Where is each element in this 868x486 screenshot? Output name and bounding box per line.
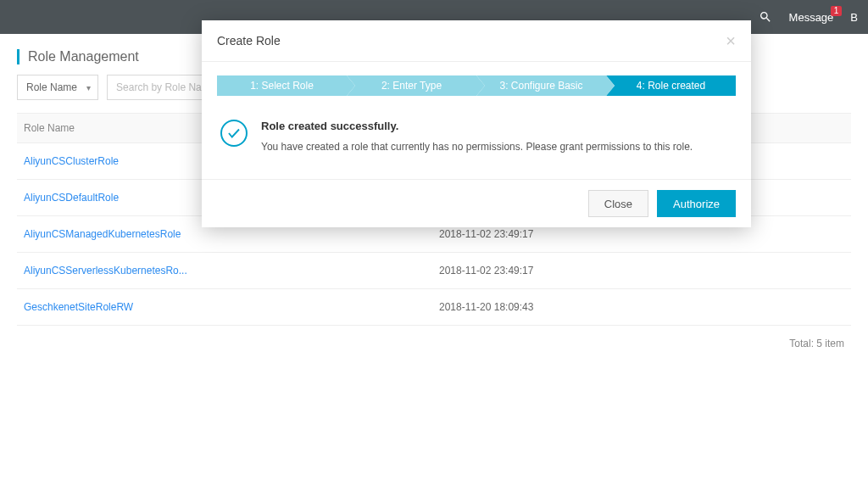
authorize-button[interactable]: Authorize (657, 190, 736, 217)
step-select-role: 1: Select Role (217, 75, 347, 96)
success-check-icon (220, 120, 248, 147)
wizard-steps: 1: Select Role 2: Enter Type 3: Configur… (217, 75, 736, 96)
success-title: Role created successfully. (261, 120, 693, 132)
success-text: Role created successfully. You have crea… (261, 120, 693, 155)
role-link[interactable]: AliyunCSManagedKubernetesRole (24, 228, 181, 240)
date-cell: 2018-11-02 23:49:17 (439, 265, 844, 277)
message-link[interactable]: Message 1 (789, 11, 834, 24)
message-label: Message (789, 11, 834, 24)
role-link[interactable]: AliyunCSDefaultRole (24, 192, 119, 204)
modal-title: Create Role (217, 34, 281, 47)
close-icon[interactable]: × (726, 32, 736, 49)
close-button[interactable]: Close (588, 190, 648, 217)
table-row: GeschkenetSiteRoleRW 2018-11-20 18:09:43 (17, 289, 851, 326)
select-label: Role Name (26, 81, 77, 93)
date-cell: 2018-11-20 18:09:43 (439, 301, 844, 313)
search-icon[interactable] (759, 10, 772, 24)
step-configure-basic: 3: Configure Basic (476, 75, 606, 96)
role-link[interactable]: AliyunCSClusterRole (24, 155, 119, 167)
role-link[interactable]: AliyunCSServerlessKubernetesRo... (24, 265, 187, 277)
message-badge: 1 (831, 6, 843, 16)
step-enter-type: 2: Enter Type (347, 75, 476, 96)
modal-body: 1: Select Role 2: Enter Type 3: Configur… (202, 62, 751, 179)
success-row: Role created successfully. You have crea… (217, 116, 736, 165)
modal-header: Create Role × (202, 20, 751, 62)
topbar-extra: B (850, 11, 858, 24)
role-link[interactable]: GeschkenetSiteRoleRW (24, 301, 133, 313)
success-body: You have created a role that currently h… (261, 139, 693, 155)
table-footer: Total: 5 item (17, 326, 851, 361)
role-name-select[interactable]: Role Name (17, 75, 98, 100)
create-role-modal: Create Role × 1: Select Role 2: Enter Ty… (202, 20, 751, 227)
modal-footer: Close Authorize (202, 179, 751, 227)
table-row: AliyunCSServerlessKubernetesRo... 2018-1… (17, 253, 851, 289)
date-cell: 2018-11-02 23:49:17 (439, 228, 844, 240)
step-role-created: 4: Role created (606, 75, 736, 96)
